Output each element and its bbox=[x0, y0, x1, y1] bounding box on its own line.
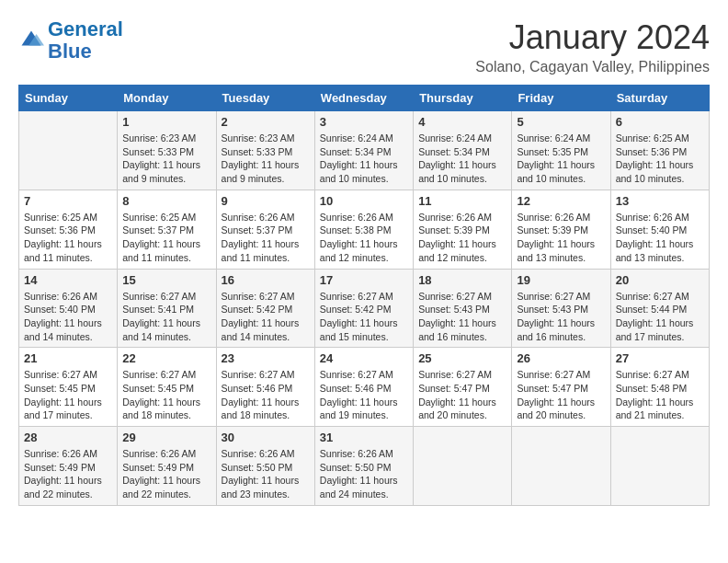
day-number: 15 bbox=[122, 273, 210, 287]
logo-blue: Blue bbox=[48, 40, 123, 63]
day-cell: 1Sunrise: 6:23 AM Sunset: 5:33 PM Daylig… bbox=[118, 111, 216, 190]
calendar-header: Sunday Monday Tuesday Wednesday Thursday… bbox=[19, 86, 710, 111]
day-info: Sunrise: 6:26 AM Sunset: 5:40 PM Dayligh… bbox=[24, 290, 112, 344]
day-cell: 15Sunrise: 6:27 AM Sunset: 5:41 PM Dayli… bbox=[118, 269, 216, 348]
day-number: 1 bbox=[122, 115, 210, 129]
day-info: Sunrise: 6:24 AM Sunset: 5:35 PM Dayligh… bbox=[517, 132, 605, 186]
day-number: 9 bbox=[222, 194, 310, 208]
day-cell: 10Sunrise: 6:26 AM Sunset: 5:38 PM Dayli… bbox=[314, 190, 413, 269]
day-cell: 24Sunrise: 6:27 AM Sunset: 5:46 PM Dayli… bbox=[314, 348, 413, 427]
day-info: Sunrise: 6:27 AM Sunset: 5:42 PM Dayligh… bbox=[320, 290, 408, 344]
day-cell: 30Sunrise: 6:26 AM Sunset: 5:50 PM Dayli… bbox=[216, 427, 314, 506]
day-number: 24 bbox=[320, 351, 408, 365]
week-row-3: 14Sunrise: 6:26 AM Sunset: 5:40 PM Dayli… bbox=[19, 269, 710, 348]
day-cell: 20Sunrise: 6:27 AM Sunset: 5:44 PM Dayli… bbox=[610, 269, 709, 348]
day-number: 30 bbox=[222, 431, 310, 444]
day-info: Sunrise: 6:26 AM Sunset: 5:39 PM Dayligh… bbox=[418, 211, 506, 265]
day-cell bbox=[414, 427, 512, 506]
day-cell: 2Sunrise: 6:23 AM Sunset: 5:33 PM Daylig… bbox=[216, 111, 314, 190]
day-number: 18 bbox=[418, 273, 506, 287]
day-cell: 27Sunrise: 6:27 AM Sunset: 5:48 PM Dayli… bbox=[610, 348, 709, 427]
day-number: 14 bbox=[24, 273, 112, 287]
day-info: Sunrise: 6:27 AM Sunset: 5:47 PM Dayligh… bbox=[418, 368, 506, 422]
day-number: 11 bbox=[418, 194, 506, 208]
day-cell: 6Sunrise: 6:25 AM Sunset: 5:36 PM Daylig… bbox=[610, 111, 709, 190]
day-cell bbox=[512, 427, 610, 506]
day-number: 21 bbox=[24, 351, 112, 365]
day-cell: 4Sunrise: 6:24 AM Sunset: 5:34 PM Daylig… bbox=[414, 111, 512, 190]
day-number: 12 bbox=[517, 194, 605, 208]
day-number: 31 bbox=[320, 431, 408, 444]
page-header: General Blue January 2024 Solano, Cagaya… bbox=[18, 18, 710, 75]
day-info: Sunrise: 6:27 AM Sunset: 5:44 PM Dayligh… bbox=[616, 290, 704, 344]
day-info: Sunrise: 6:26 AM Sunset: 5:49 PM Dayligh… bbox=[24, 447, 112, 501]
day-number: 28 bbox=[24, 431, 112, 444]
week-row-1: 1Sunrise: 6:23 AM Sunset: 5:33 PM Daylig… bbox=[19, 111, 710, 190]
day-cell: 21Sunrise: 6:27 AM Sunset: 5:45 PM Dayli… bbox=[19, 348, 118, 427]
day-info: Sunrise: 6:26 AM Sunset: 5:40 PM Dayligh… bbox=[616, 211, 704, 265]
day-number: 10 bbox=[320, 194, 408, 208]
day-cell: 18Sunrise: 6:27 AM Sunset: 5:43 PM Dayli… bbox=[414, 269, 512, 348]
day-cell: 9Sunrise: 6:26 AM Sunset: 5:37 PM Daylig… bbox=[216, 190, 314, 269]
day-cell: 7Sunrise: 6:25 AM Sunset: 5:36 PM Daylig… bbox=[19, 190, 118, 269]
day-cell: 12Sunrise: 6:26 AM Sunset: 5:39 PM Dayli… bbox=[512, 190, 610, 269]
day-cell: 16Sunrise: 6:27 AM Sunset: 5:42 PM Dayli… bbox=[216, 269, 314, 348]
day-cell: 25Sunrise: 6:27 AM Sunset: 5:47 PM Dayli… bbox=[414, 348, 512, 427]
day-cell: 13Sunrise: 6:26 AM Sunset: 5:40 PM Dayli… bbox=[610, 190, 709, 269]
day-number: 19 bbox=[517, 273, 605, 287]
logo-text: General Blue bbox=[48, 18, 123, 63]
day-cell: 28Sunrise: 6:26 AM Sunset: 5:49 PM Dayli… bbox=[19, 427, 118, 506]
day-info: Sunrise: 6:24 AM Sunset: 5:34 PM Dayligh… bbox=[418, 132, 506, 186]
day-number: 6 bbox=[616, 115, 704, 129]
calendar-table: Sunday Monday Tuesday Wednesday Thursday… bbox=[18, 85, 710, 506]
day-info: Sunrise: 6:27 AM Sunset: 5:46 PM Dayligh… bbox=[222, 368, 310, 422]
day-info: Sunrise: 6:26 AM Sunset: 5:50 PM Dayligh… bbox=[222, 447, 310, 501]
header-row: Sunday Monday Tuesday Wednesday Thursday… bbox=[19, 86, 710, 111]
logo: General Blue bbox=[18, 18, 123, 63]
day-number: 3 bbox=[320, 115, 408, 129]
title-block: January 2024 Solano, Cagayan Valley, Phi… bbox=[475, 18, 710, 75]
week-row-5: 28Sunrise: 6:26 AM Sunset: 5:49 PM Dayli… bbox=[19, 427, 710, 506]
day-info: Sunrise: 6:26 AM Sunset: 5:37 PM Dayligh… bbox=[222, 211, 310, 265]
day-number: 22 bbox=[122, 351, 210, 365]
day-info: Sunrise: 6:26 AM Sunset: 5:49 PM Dayligh… bbox=[122, 447, 210, 501]
day-cell: 8Sunrise: 6:25 AM Sunset: 5:37 PM Daylig… bbox=[118, 190, 216, 269]
logo-icon bbox=[18, 28, 44, 53]
day-number: 26 bbox=[517, 351, 605, 365]
day-number: 13 bbox=[616, 194, 704, 208]
day-number: 17 bbox=[320, 273, 408, 287]
day-info: Sunrise: 6:27 AM Sunset: 5:45 PM Dayligh… bbox=[24, 368, 112, 422]
day-cell: 23Sunrise: 6:27 AM Sunset: 5:46 PM Dayli… bbox=[216, 348, 314, 427]
week-row-2: 7Sunrise: 6:25 AM Sunset: 5:36 PM Daylig… bbox=[19, 190, 710, 269]
header-sunday: Sunday bbox=[19, 86, 118, 111]
day-cell: 3Sunrise: 6:24 AM Sunset: 5:34 PM Daylig… bbox=[314, 111, 413, 190]
day-info: Sunrise: 6:25 AM Sunset: 5:36 PM Dayligh… bbox=[24, 211, 112, 265]
day-info: Sunrise: 6:24 AM Sunset: 5:34 PM Dayligh… bbox=[320, 132, 408, 186]
header-monday: Monday bbox=[118, 86, 216, 111]
month-title: January 2024 bbox=[475, 18, 710, 57]
day-info: Sunrise: 6:27 AM Sunset: 5:45 PM Dayligh… bbox=[122, 368, 210, 422]
day-cell: 31Sunrise: 6:26 AM Sunset: 5:50 PM Dayli… bbox=[314, 427, 413, 506]
day-number: 5 bbox=[517, 115, 605, 129]
day-info: Sunrise: 6:25 AM Sunset: 5:37 PM Dayligh… bbox=[122, 211, 210, 265]
day-cell: 17Sunrise: 6:27 AM Sunset: 5:42 PM Dayli… bbox=[314, 269, 413, 348]
day-info: Sunrise: 6:26 AM Sunset: 5:38 PM Dayligh… bbox=[320, 211, 408, 265]
day-cell: 11Sunrise: 6:26 AM Sunset: 5:39 PM Dayli… bbox=[414, 190, 512, 269]
day-info: Sunrise: 6:27 AM Sunset: 5:48 PM Dayligh… bbox=[616, 368, 704, 422]
header-wednesday: Wednesday bbox=[314, 86, 413, 111]
day-number: 8 bbox=[122, 194, 210, 208]
header-tuesday: Tuesday bbox=[216, 86, 314, 111]
day-info: Sunrise: 6:27 AM Sunset: 5:43 PM Dayligh… bbox=[418, 290, 506, 344]
day-info: Sunrise: 6:27 AM Sunset: 5:42 PM Dayligh… bbox=[222, 290, 310, 344]
day-number: 2 bbox=[222, 115, 310, 129]
day-number: 23 bbox=[222, 351, 310, 365]
day-info: Sunrise: 6:27 AM Sunset: 5:47 PM Dayligh… bbox=[517, 368, 605, 422]
day-number: 20 bbox=[616, 273, 704, 287]
day-cell: 14Sunrise: 6:26 AM Sunset: 5:40 PM Dayli… bbox=[19, 269, 118, 348]
week-row-4: 21Sunrise: 6:27 AM Sunset: 5:45 PM Dayli… bbox=[19, 348, 710, 427]
day-cell: 19Sunrise: 6:27 AM Sunset: 5:43 PM Dayli… bbox=[512, 269, 610, 348]
location: Solano, Cagayan Valley, Philippines bbox=[475, 59, 710, 75]
day-info: Sunrise: 6:26 AM Sunset: 5:50 PM Dayligh… bbox=[320, 447, 408, 501]
day-info: Sunrise: 6:23 AM Sunset: 5:33 PM Dayligh… bbox=[222, 132, 310, 186]
header-friday: Friday bbox=[512, 86, 610, 111]
